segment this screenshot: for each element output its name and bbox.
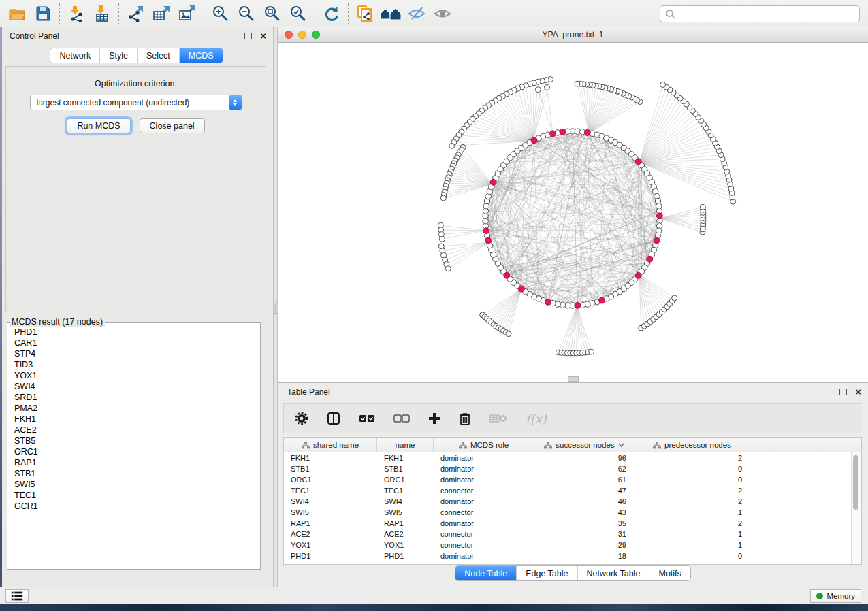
column-header-name[interactable]: name xyxy=(377,438,434,452)
column-header-MCDS-role[interactable]: MCDS role xyxy=(434,438,534,452)
mcds-hub-node[interactable] xyxy=(635,272,641,278)
criterion-dropdown[interactable]: largest connected component (undirected) xyxy=(30,95,242,110)
show-columns-button[interactable] xyxy=(327,412,340,425)
table-row[interactable]: FKH1FKH1dominator962 xyxy=(284,452,861,463)
vertical-splitter[interactable] xyxy=(273,27,278,587)
zoom-in-button[interactable] xyxy=(208,2,234,25)
leaf-node[interactable] xyxy=(575,81,580,86)
mcds-hub-node[interactable] xyxy=(599,297,605,303)
zoom-out-button[interactable] xyxy=(234,2,259,25)
export-network-button[interactable] xyxy=(123,2,148,25)
refresh-layout-button[interactable] xyxy=(319,2,344,25)
import-network-button[interactable] xyxy=(63,2,89,25)
column-header-predecessor-nodes[interactable]: predecessor nodes xyxy=(634,438,750,452)
add-column-button[interactable] xyxy=(428,412,440,425)
mcds-hub-node[interactable] xyxy=(483,228,489,234)
mcds-hub-node[interactable] xyxy=(531,137,537,144)
leaf-node[interactable] xyxy=(589,349,594,354)
save-session-button[interactable] xyxy=(30,2,56,25)
table-row[interactable]: ORC1ORC1dominator610 xyxy=(284,474,861,485)
close-table-panel-icon[interactable]: × xyxy=(855,387,861,397)
mcds-hub-node[interactable] xyxy=(584,130,590,136)
mcds-hub-node[interactable] xyxy=(504,272,510,278)
mcds-result-item[interactable]: STB1 xyxy=(7,468,260,479)
mcds-result-item[interactable]: ACE2 xyxy=(7,425,260,435)
search-input[interactable] xyxy=(679,7,859,21)
tab-edge-table[interactable]: Edge Table xyxy=(516,566,577,580)
mcds-hub-node[interactable] xyxy=(560,129,566,135)
leaf-node[interactable] xyxy=(660,82,666,88)
close-window-icon[interactable] xyxy=(285,31,293,39)
zoom-selected-button[interactable] xyxy=(285,2,311,25)
mcds-result-item[interactable]: TID3 xyxy=(7,359,260,370)
leaf-node[interactable] xyxy=(506,331,511,337)
table-row[interactable]: ACE2ACE2connector311 xyxy=(284,529,861,540)
mcds-result-item[interactable]: STB5 xyxy=(7,435,260,446)
mcds-result-item[interactable]: RAP1 xyxy=(7,457,260,468)
column-header-successor-nodes[interactable]: successor nodes xyxy=(534,438,634,452)
duplicate-network-button[interactable] xyxy=(352,2,378,25)
table-row[interactable]: PHD1PHD1dominator180 xyxy=(284,550,861,561)
mcds-result-item[interactable]: CAR1 xyxy=(7,337,260,348)
show-hidden-button[interactable] xyxy=(430,2,455,25)
mcds-result-item[interactable]: TEC1 xyxy=(7,490,260,501)
tab-network[interactable]: Network xyxy=(50,48,99,63)
delete-columns-button[interactable] xyxy=(459,412,471,425)
mcds-hub-node[interactable] xyxy=(545,299,551,305)
tab-select[interactable]: Select xyxy=(137,48,179,63)
mcds-result-item[interactable]: FKH1 xyxy=(7,414,260,425)
leaf-node[interactable] xyxy=(445,266,451,271)
table-row[interactable]: YOX1YOX1connector291 xyxy=(284,540,861,550)
leaf-node[interactable] xyxy=(449,143,455,148)
maximize-window-icon[interactable] xyxy=(312,31,320,39)
float-table-panel-icon[interactable] xyxy=(839,389,847,395)
tab-network-table[interactable]: Network Table xyxy=(577,566,649,580)
tab-node-table[interactable]: Node Table xyxy=(455,566,516,580)
mcds-result-item[interactable]: ORC1 xyxy=(7,446,260,457)
tab-mcds[interactable]: MCDS xyxy=(179,48,223,63)
table-row[interactable]: RAP1RAP1dominator352 xyxy=(284,518,861,529)
open-session-button[interactable] xyxy=(4,2,30,25)
mcds-hub-node[interactable] xyxy=(485,237,492,244)
hide-selected-button[interactable] xyxy=(404,2,430,25)
task-history-button[interactable] xyxy=(5,589,29,603)
leaf-node[interactable] xyxy=(700,204,705,210)
mcds-result-item[interactable]: YOX1 xyxy=(7,370,260,381)
mcds-hub-node[interactable] xyxy=(518,286,524,292)
leaf-node[interactable] xyxy=(672,295,677,301)
table-scrollbar[interactable] xyxy=(851,452,861,564)
minimize-window-icon[interactable] xyxy=(298,31,306,39)
leaf-node[interactable] xyxy=(545,85,550,90)
scrollbar-thumb[interactable] xyxy=(853,455,858,510)
mcds-hub-node[interactable] xyxy=(654,237,660,244)
select-all-rows-button[interactable] xyxy=(359,413,375,424)
column-header-shared-name[interactable]: shared name xyxy=(284,438,377,452)
leaf-node[interactable] xyxy=(440,195,446,201)
mcds-result-item[interactable]: SRD1 xyxy=(7,392,260,403)
mcds-result-item[interactable]: STP4 xyxy=(7,348,260,359)
horizontal-splitter-grip[interactable] xyxy=(568,376,579,382)
run-mcds-button[interactable]: Run MCDS xyxy=(67,118,130,133)
mcds-hub-node[interactable] xyxy=(490,179,496,185)
export-table-button[interactable] xyxy=(148,2,174,25)
close-panel-button[interactable]: Close panel xyxy=(140,118,205,133)
import-table-button[interactable] xyxy=(89,2,115,25)
table-row[interactable]: SWI5SWI5connector431 xyxy=(284,507,861,518)
table-row[interactable]: STB1STB1dominator620 xyxy=(284,463,861,474)
mcds-hub-node[interactable] xyxy=(647,256,653,262)
zoom-fit-button[interactable] xyxy=(259,2,285,25)
float-panel-icon[interactable] xyxy=(244,33,252,39)
mcds-result-item[interactable]: PMA2 xyxy=(7,403,260,414)
leaf-node[interactable] xyxy=(535,87,541,93)
mcds-result-item[interactable]: GCR1 xyxy=(7,501,260,512)
mcds-result-item[interactable]: SWI4 xyxy=(7,381,260,392)
show-all-levels-button[interactable] xyxy=(378,2,404,25)
table-row[interactable]: TEC1TEC1connector472 xyxy=(284,485,861,496)
tab-motifs[interactable]: Motifs xyxy=(649,566,690,580)
mcds-hub-node[interactable] xyxy=(635,159,641,165)
table-row[interactable]: SWI4SWI4dominator462 xyxy=(284,496,861,507)
network-canvas[interactable] xyxy=(278,43,868,382)
mcds-hub-node[interactable] xyxy=(657,213,663,219)
tab-style[interactable]: Style xyxy=(99,48,137,63)
leaf-node[interactable] xyxy=(439,236,445,242)
